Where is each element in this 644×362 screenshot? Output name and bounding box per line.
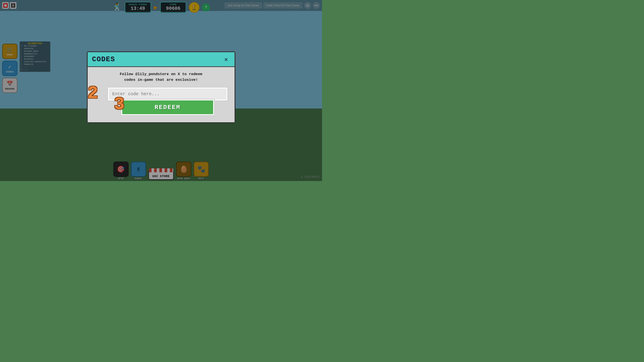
step-2-number: 2: [88, 85, 98, 102]
modal-close-button[interactable]: ✕: [222, 55, 230, 63]
modal-overlay: CODES ✕ Follow @lily_pondstore on X to r…: [0, 0, 322, 181]
redeem-step-container: 3 REDEEM: [94, 99, 228, 116]
redeem-button[interactable]: REDEEM: [122, 100, 213, 114]
modal-body: Follow @lily_pondstore on X to redeemcod…: [88, 67, 234, 122]
modal-title: CODES: [92, 55, 115, 63]
codes-modal: CODES ✕ Follow @lily_pondstore on X to r…: [87, 51, 236, 123]
modal-header: CODES ✕: [88, 52, 234, 67]
code-input[interactable]: [109, 88, 226, 100]
step-3-number: 3: [114, 96, 124, 113]
redeem-btn-wrapper: REDEEM: [121, 99, 215, 116]
follow-text: Follow @lily_pondstore on X to redeemcod…: [94, 71, 228, 83]
